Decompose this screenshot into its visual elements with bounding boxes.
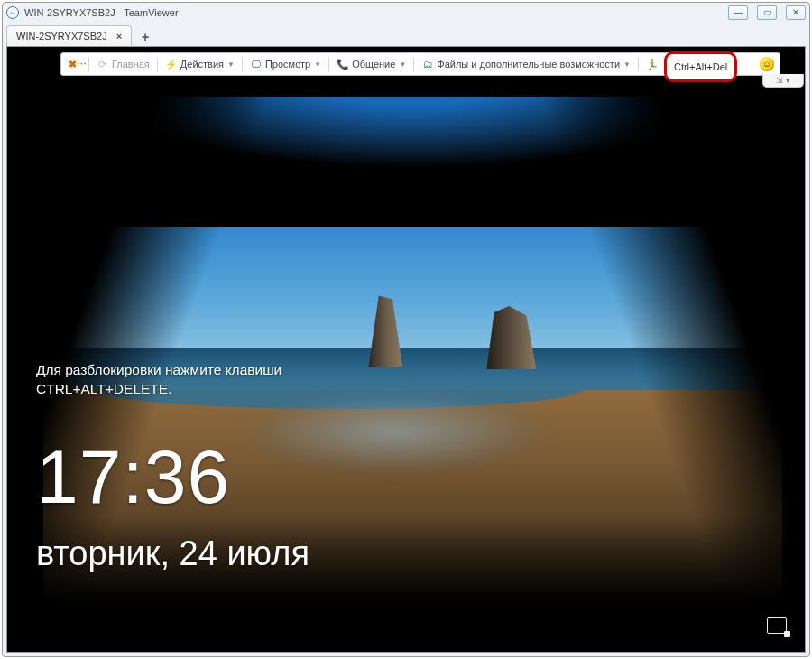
cad-label: Ctrl+Alt+Del — [674, 61, 727, 72]
home-label: Главная — [112, 59, 150, 70]
communication-menu[interactable]: 📞 Общение ▼ — [335, 59, 408, 70]
tab-label: WIN-2SYRYX7SB2J — [16, 31, 107, 42]
actions-label: Действия — [180, 59, 224, 70]
remote-viewport[interactable]: Для разблокировки нажмите клавиши CTRL+A… — [6, 46, 806, 653]
tab-close-icon[interactable]: × — [116, 31, 122, 42]
titlebar: WIN-2SYRYX7SB2J - TeamViewer — ▭ ✕ — [3, 3, 809, 23]
tab-strip: WIN-2SYRYX7SB2J × + — [3, 23, 809, 46]
home-button[interactable]: ⟳ Главная — [95, 59, 152, 70]
actions-menu[interactable]: ⚡ Действия ▼ — [163, 59, 236, 70]
view-menu[interactable]: 🖵 Просмотр ▼ — [248, 59, 323, 70]
lockscreen-date: вторник, 24 июля — [36, 534, 309, 573]
teamviewer-logo-icon — [6, 6, 19, 19]
lockscreen-hint: Для разблокировки нажмите клавиши CTRL+A… — [36, 361, 281, 399]
minimize-button[interactable]: — — [728, 5, 748, 20]
ctrl-alt-del-button[interactable]: Ctrl+Alt+Del — [664, 51, 737, 82]
maximize-button[interactable]: ▭ — [757, 5, 777, 20]
close-button[interactable]: ✕ — [786, 5, 806, 20]
tab-connection[interactable]: WIN-2SYRYX7SB2J × — [6, 25, 132, 46]
new-tab-button[interactable]: + — [135, 28, 155, 46]
app-window: WIN-2SYRYX7SB2J - TeamViewer — ▭ ✕ WIN-2… — [2, 2, 810, 657]
toolbar-pin-handle[interactable]: ⇲ ▾ — [762, 74, 804, 88]
window-title: WIN-2SYRYX7SB2J - TeamViewer — [24, 7, 179, 18]
close-session-button[interactable]: ✖⋯ — [67, 59, 83, 70]
feedback-icon[interactable] — [760, 57, 774, 71]
pin-label: ⇲ ▾ — [776, 76, 790, 85]
comm-label: Общение — [352, 59, 395, 70]
lockscreen-time: 17:36 — [36, 433, 230, 521]
view-label: Просмотр — [265, 59, 310, 70]
session-toolbar: ✖⋯ ⟳ Главная ⚡ Действия ▼ 🖵 — [60, 52, 780, 76]
network-icon[interactable] — [767, 617, 787, 634]
files-label: Файлы и дополнительные возможности — [437, 59, 620, 70]
files-menu[interactable]: 🗂 Файлы и дополнительные возможности ▼ — [420, 59, 632, 70]
remote-shortcut-icon[interactable]: 🏃 — [644, 59, 660, 70]
